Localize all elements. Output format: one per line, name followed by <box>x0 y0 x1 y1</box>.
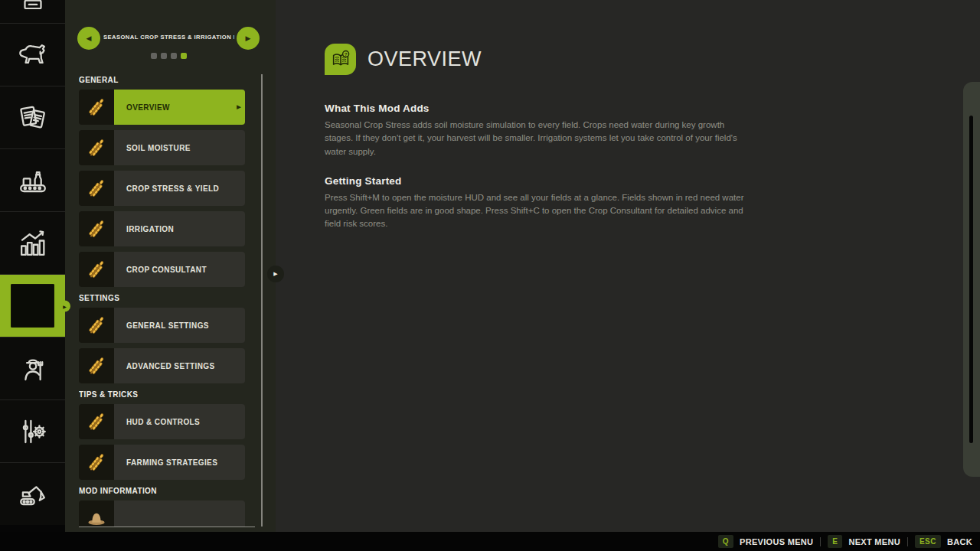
menu-item-soil-moisture[interactable]: SOIL MOISTURE <box>79 130 245 165</box>
vehicle-icon <box>17 0 49 9</box>
sidebar-item-contracts[interactable] <box>0 86 65 148</box>
contracts-icon <box>17 102 49 134</box>
sidebar-item-construction[interactable] <box>0 462 65 525</box>
sidebar-item-game-settings[interactable] <box>0 399 65 462</box>
menu-item-label: GENERAL SETTINGS <box>126 321 209 330</box>
guide-book-icon <box>325 44 356 75</box>
menu-item-label: CROP CONSULTANT <box>126 266 207 274</box>
wheat-icon <box>79 348 114 383</box>
sidebar-item-mod-guide[interactable]: ▶ <box>0 274 65 337</box>
menu-item-label: FARMING STRATEGIES <box>126 458 217 467</box>
wheat-icon <box>79 171 114 206</box>
wheat-icon <box>79 445 114 480</box>
content-header: OVERVIEW <box>325 43 757 75</box>
menu-section-label: MOD INFORMATION <box>79 487 245 495</box>
menu-item-label: CROP STRESS & YIELD <box>126 184 219 193</box>
menu-bottom-divider <box>79 527 255 527</box>
menu-item-advanced-settings[interactable]: ADVANCED SETTINGS <box>79 348 245 383</box>
animals-icon <box>17 39 49 71</box>
section-body: Seasonal Crop Stress adds soil moisture … <box>325 119 752 158</box>
menu-item-label: HUD & CONTROLS <box>126 418 200 426</box>
menu-item-label: SOIL MOISTURE <box>126 144 191 152</box>
wheat-icon <box>79 90 114 125</box>
content-sections: What This Mod AddsSeasonal Crop Stress a… <box>325 103 757 231</box>
menu-list: GENERALOVERVIEW▶SOIL MOISTURECROP STRESS… <box>79 76 245 527</box>
wheat-icon <box>79 252 114 287</box>
main-nav-sidebar: ▶ <box>0 0 65 532</box>
menu-item-crop-stress-yield[interactable]: CROP STRESS & YIELD <box>79 171 245 206</box>
page-title: OVERVIEW <box>368 47 482 71</box>
menu-item-farming-strategies[interactable]: FARMING STRATEGIES <box>79 445 245 480</box>
page-dots <box>65 53 273 59</box>
hint-previous-menu: QPREVIOUS MENU <box>718 535 813 548</box>
scrollbar-track <box>969 116 973 443</box>
wheat-icon <box>79 211 114 246</box>
menu-scrollbar[interactable] <box>261 74 263 527</box>
menu-title: SEASONAL CROP STRESS & IRRIGATION MA... <box>103 34 234 41</box>
sidebar-item-production[interactable] <box>0 148 65 211</box>
menu-section-label: GENERAL <box>79 76 245 84</box>
menu-section-label: SETTINGS <box>79 294 245 302</box>
sidebar-item-vehicles[interactable] <box>0 0 65 23</box>
menu-item-crop-consultant[interactable]: CROP CONSULTANT <box>79 252 245 287</box>
selected-pointer-icon: ▶ <box>59 300 70 311</box>
hint-back: ESCBACK <box>915 535 972 548</box>
statistics-icon <box>17 227 49 259</box>
menu-item-label: OVERVIEW <box>126 103 170 112</box>
menu-item-overview[interactable]: OVERVIEW▶ <box>79 90 245 125</box>
selected-item-arrow-icon: ▶ <box>237 104 241 110</box>
page-dot-1 <box>151 53 157 59</box>
menu-item-label: IRRIGATION <box>126 225 174 233</box>
key-badge: Q <box>718 535 733 548</box>
page-dot-3 <box>171 53 177 59</box>
app-screen: ▶ ◀ SEASONAL CROP STRESS & IRRIGATION MA… <box>0 0 980 551</box>
content-section: Getting StartedPress Shift+M to open the… <box>325 175 757 231</box>
wheat-icon <box>79 308 114 343</box>
menu-item-irrigation[interactable]: IRRIGATION <box>79 211 245 246</box>
sidebar-item-animals[interactable] <box>0 23 65 86</box>
left-arrow-icon: ◀ <box>87 34 92 42</box>
menu-item-label: ADVANCED SETTINGS <box>126 362 215 370</box>
production-icon <box>17 165 49 197</box>
hint-next-menu: ENEXT MENU <box>828 535 900 548</box>
key-badge: ESC <box>915 535 941 548</box>
menu-item-general-settings[interactable]: GENERAL SETTINGS <box>79 308 245 343</box>
mod-icon <box>11 284 54 328</box>
section-body: Press Shift+M to open the moisture HUD a… <box>325 191 752 231</box>
key-hint-bar: QPREVIOUS MENUENEXT MENUESCBACK <box>0 532 980 551</box>
key-badge: E <box>828 535 842 548</box>
mod-menu-panel: ◀ SEASONAL CROP STRESS & IRRIGATION MA..… <box>65 0 276 532</box>
content-section: What This Mod AddsSeasonal Crop Stress a… <box>325 103 757 158</box>
previous-page-button[interactable]: ◀ <box>77 27 100 50</box>
section-heading: Getting Started <box>325 175 757 187</box>
wheat-icon <box>79 404 114 439</box>
page-dot-4 <box>181 53 187 59</box>
farmer-icon <box>17 353 49 385</box>
hint-separator <box>907 537 908 546</box>
sidebar-item-statistics[interactable] <box>0 211 65 274</box>
excavator-icon <box>17 478 49 510</box>
next-page-button[interactable]: ▶ <box>237 27 260 50</box>
hat-icon <box>79 500 114 527</box>
wheat-icon <box>79 130 114 165</box>
settings-icon <box>17 416 49 448</box>
page-dot-2 <box>161 53 167 59</box>
right-arrow-icon: ▶ <box>246 34 251 42</box>
content-scrollbar[interactable] <box>963 82 980 477</box>
panel-expand-arrow-icon[interactable]: ▶ <box>267 266 284 282</box>
hint-separator <box>820 537 821 546</box>
menu-item-mod-info[interactable] <box>79 500 245 527</box>
content-area: OVERVIEW What This Mod AddsSeasonal Crop… <box>325 43 757 231</box>
sidebar-item-career[interactable] <box>0 337 65 399</box>
section-heading: What This Mod Adds <box>325 103 757 114</box>
menu-item-hud-controls[interactable]: HUD & CONTROLS <box>79 404 245 439</box>
menu-section-label: TIPS & TRICKS <box>79 390 245 399</box>
